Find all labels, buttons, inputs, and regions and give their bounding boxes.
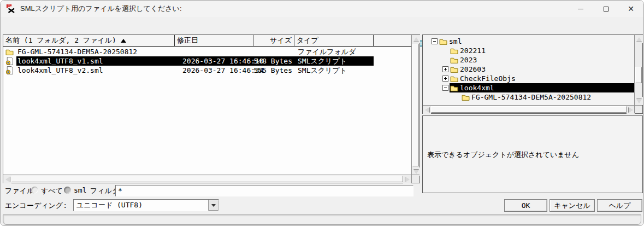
sml-script-icon [3, 56, 16, 66]
tree-item-label: look4xml [458, 83, 494, 92]
scroll-left-icon[interactable] [3, 175, 11, 183]
filter-pattern-input[interactable] [115, 185, 413, 196]
tree-item-202211[interactable]: 202211 [423, 46, 635, 55]
tree-item-label: 2023 [458, 55, 477, 65]
filter-row: ファイル すべて sml フィルタ [1, 184, 420, 198]
table-row[interactable]: look4xml_UTF8_v2.sml 2026-03-27 16:46:34… [3, 66, 411, 75]
tree-item-sml[interactable]: sml [423, 37, 635, 46]
tree-item-label: 202603 [458, 65, 486, 74]
scrollbar-thumb[interactable] [635, 67, 642, 83]
encoding-label: エンコーディング: [5, 201, 67, 211]
radio-sml-label[interactable]: sml [74, 186, 86, 194]
scroll-down-icon[interactable] [635, 97, 643, 105]
tree-item-label: CheckFileObjs [458, 74, 516, 83]
cancel-button[interactable]: キャンセル [550, 199, 595, 212]
tree-vertical-scrollbar[interactable] [634, 35, 642, 105]
tree-item-202603[interactable]: 202603 [423, 65, 635, 74]
window-controls: ✕ [568, 1, 643, 17]
file-select-dialog: SMLスクリプト用のファイルを選択してください: ✕ C [0, 0, 644, 226]
file-type: SMLスクリプト [294, 56, 374, 66]
object-preview-panel: 表示できるオブジェクトが選択されていません [422, 115, 643, 193]
toolbar: C: (Windows) sml look4xml A ⟳ [1, 17, 643, 34]
table-row[interactable]: FG-GML-574134-DEM5A-20250812 ファイルフォルダ [3, 47, 411, 56]
folder-tree-panel: sml 202211 2023 [422, 34, 643, 114]
scrollbar-thumb[interactable] [11, 176, 403, 182]
tree-item-checkfileobjs[interactable]: CheckFileObjs [423, 74, 635, 83]
scroll-right-icon[interactable] [627, 106, 635, 114]
file-list-vertical-scrollbar[interactable] [411, 35, 420, 176]
expand-icon[interactable] [442, 76, 448, 82]
tree-horizontal-scrollbar[interactable] [423, 105, 635, 113]
file-list-panel: 名前 (1 フォルダ, 2 ファイル) 修正日 サイズ タイプ FG-GML-5… [3, 34, 420, 183]
scroll-right-icon[interactable] [403, 175, 411, 183]
column-header-name[interactable]: 名前 (1 フォルダ, 2 ファイル) [3, 35, 175, 46]
sml-script-icon [3, 66, 16, 75]
ok-button[interactable]: OK [504, 199, 547, 212]
scroll-up-icon[interactable] [635, 35, 643, 43]
folder-icon [450, 76, 458, 82]
maximize-icon [604, 7, 608, 11]
tree-item-fg-gml[interactable]: FG-GML-574134-DEM5A-20250812 [423, 92, 635, 102]
folder-icon [450, 85, 458, 91]
close-button[interactable]: ✕ [618, 1, 643, 17]
tree-item-2023[interactable]: 2023 [423, 55, 635, 65]
folder-icon [450, 57, 458, 63]
chevron-down-icon [211, 204, 216, 207]
collapse-icon[interactable] [432, 38, 438, 44]
encoding-row: エンコーディング: ユニコード (UTF8) OK キャンセル ヘルプ [1, 199, 643, 213]
column-header-modified[interactable]: 修正日 [175, 35, 253, 46]
file-name: look4xml_UTF8_v1.sml [16, 56, 175, 66]
scrollbar-corner [411, 175, 420, 183]
file-size: 548 Bytes [253, 56, 294, 66]
file-filter-label: ファイル [5, 186, 34, 196]
column-header-type[interactable]: タイプ [294, 35, 374, 46]
scrollbar-thumb[interactable] [431, 106, 627, 113]
file-list-header: 名前 (1 フォルダ, 2 ファイル) 修正日 サイズ タイプ [3, 35, 411, 47]
folder-icon [450, 48, 458, 54]
radio-all-label[interactable]: すべて [41, 186, 63, 196]
file-name: FG-GML-574134-DEM5A-20250812 [16, 47, 175, 56]
file-modified [175, 47, 253, 56]
file-size: 555 Bytes [253, 66, 294, 75]
file-modified: 2026-03-27 16:46:34 [175, 66, 253, 75]
minimize-icon [578, 9, 583, 9]
column-header-filler [374, 35, 411, 46]
scrollbar-thumb[interactable] [412, 44, 419, 166]
close-icon: ✕ [628, 4, 634, 13]
app-icon [6, 4, 16, 14]
file-size [253, 47, 294, 56]
tree-item-label: 202211 [458, 46, 486, 55]
tree-item-look4xml[interactable]: look4xml [423, 83, 635, 92]
folder-icon [462, 94, 470, 101]
file-type: ファイルフォルダ [294, 47, 374, 56]
folder-tree: sml 202211 2023 [423, 37, 635, 102]
sort-ascending-icon [121, 39, 126, 43]
minimize-button[interactable] [568, 1, 593, 17]
tree-item-label: FG-GML-574134-DEM5A-20250812 [470, 92, 591, 102]
file-modified: 2026-03-27 16:46:10 [175, 56, 253, 66]
column-header-size[interactable]: サイズ [253, 35, 294, 46]
help-button[interactable]: ヘルプ [597, 199, 642, 212]
folder-icon [439, 38, 447, 45]
folder-icon [450, 66, 458, 73]
radio-all-files[interactable] [31, 187, 38, 194]
scroll-left-icon[interactable] [423, 106, 431, 114]
table-row[interactable]: look4xml_UTF8_v1.sml 2026-03-27 16:46:10… [3, 56, 411, 66]
file-type: SMLスクリプト [294, 66, 374, 75]
folder-icon [3, 47, 16, 56]
no-object-message: 表示できるオブジェクトが選択されていません [427, 150, 579, 160]
file-name: look4xml_UTF8_v2.sml [16, 66, 175, 75]
file-rows: FG-GML-574134-DEM5A-20250812 ファイルフォルダ lo… [3, 47, 411, 75]
scroll-up-icon[interactable] [412, 35, 420, 43]
scrollbar-corner [634, 105, 642, 113]
maximize-button[interactable] [593, 1, 618, 17]
collapse-icon[interactable] [442, 85, 448, 91]
encoding-dropdown-button[interactable] [208, 200, 218, 211]
expand-icon[interactable] [442, 66, 448, 72]
encoding-select[interactable]: ユニコード (UTF8) [73, 199, 219, 211]
file-list-horizontal-scrollbar[interactable] [3, 175, 411, 183]
status-bar [3, 215, 641, 225]
tree-item-label: sml [447, 37, 462, 46]
radio-sml-files[interactable] [64, 187, 71, 194]
title-bar: SMLスクリプト用のファイルを選択してください: ✕ [1, 1, 643, 17]
